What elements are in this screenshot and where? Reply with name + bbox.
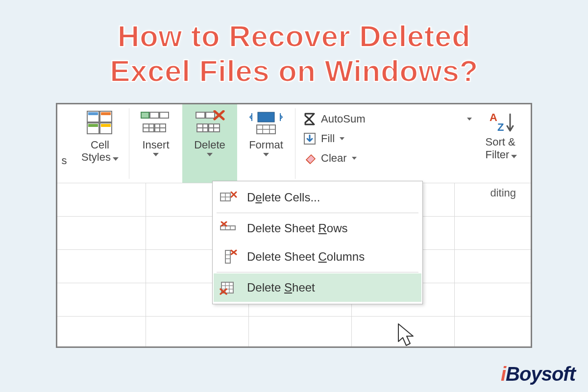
svg-rect-8	[150, 112, 159, 118]
headline-line2: Excel Files on Windows?	[110, 54, 478, 88]
svg-text:A: A	[490, 111, 497, 123]
eraser-icon	[302, 151, 317, 166]
svg-rect-16	[196, 112, 205, 118]
chevron-down-icon	[467, 118, 472, 121]
chevron-down-icon	[352, 157, 357, 160]
chevron-down-icon	[340, 137, 344, 140]
svg-rect-6	[88, 124, 98, 127]
cell-styles-icon	[86, 110, 114, 136]
menu-item-label: Delete Sheet Columns	[247, 250, 365, 264]
svg-rect-4	[88, 112, 98, 115]
svg-rect-10	[141, 112, 149, 118]
menu-delete-columns[interactable]: Delete Sheet Columns	[214, 243, 421, 271]
svg-rect-36	[220, 226, 235, 230]
brand-i: i	[501, 363, 506, 385]
autosum-label: AutoSum	[321, 113, 366, 125]
menu-delete-cells[interactable]: Delete Cells...	[214, 183, 421, 212]
cutoff-left-button[interactable]: s	[57, 104, 71, 183]
svg-rect-5	[101, 112, 111, 115]
brand-logo: iBoysoft	[501, 363, 575, 385]
fill-down-icon	[302, 131, 317, 146]
insert-cells-icon	[140, 110, 172, 136]
cell-styles-button[interactable]: Cell Styles	[71, 104, 129, 183]
svg-rect-9	[160, 112, 169, 118]
delete-dropdown-menu: Delete Cells... Delete Sheet Rows	[212, 181, 423, 304]
insert-label: Insert	[142, 139, 169, 151]
ribbon-row: s Cell Styles	[57, 104, 531, 183]
fill-label: Fill	[321, 132, 335, 145]
chevron-down-icon	[207, 153, 213, 156]
svg-rect-25	[258, 112, 274, 122]
autosum-button[interactable]: AutoSum	[302, 109, 472, 129]
cutoff-left-label: s	[62, 154, 67, 167]
delete-cells-icon	[194, 110, 225, 136]
headline-line1: How to Recover Deleted	[118, 19, 471, 53]
headline-title: How to Recover Deleted Excel Files on Wi…	[0, 0, 588, 89]
excel-ribbon-panel: diting s Cell Styles	[56, 103, 532, 348]
sort-filter-button[interactable]: A Z Sort & Filter	[472, 104, 531, 183]
clear-button[interactable]: Clear	[302, 148, 472, 168]
sort-az-icon: A Z	[488, 110, 515, 136]
menu-item-label: Delete Sheet	[247, 281, 315, 294]
delete-cells-menu-icon	[219, 188, 238, 207]
editing-group: AutoSum Fill	[295, 104, 472, 183]
format-icon	[249, 110, 283, 136]
sort-filter-label: Sort & Filter	[486, 136, 517, 161]
svg-rect-39	[225, 250, 230, 263]
menu-delete-rows[interactable]: Delete Sheet Rows	[214, 214, 421, 243]
brand-rest: Boysoft	[506, 363, 575, 385]
menu-separator	[217, 272, 418, 272]
delete-sheet-icon	[219, 278, 238, 297]
cell-styles-label: Cell Styles	[81, 139, 119, 164]
delete-button[interactable]: Delete	[182, 104, 237, 183]
format-button[interactable]: Format	[237, 104, 295, 183]
menu-item-label: Delete Cells...	[247, 191, 320, 204]
menu-item-label: Delete Sheet Rows	[247, 221, 347, 235]
mouse-cursor-icon	[397, 323, 416, 349]
chevron-down-icon	[263, 153, 269, 156]
delete-label: Delete	[194, 139, 225, 151]
format-label: Format	[249, 139, 283, 151]
svg-rect-17	[206, 112, 215, 118]
svg-rect-7	[101, 124, 111, 127]
insert-button[interactable]: Insert	[129, 104, 182, 183]
svg-text:Z: Z	[497, 121, 504, 133]
delete-columns-icon	[219, 247, 238, 267]
fill-button[interactable]: Fill	[302, 129, 472, 148]
clear-label: Clear	[321, 152, 347, 165]
menu-delete-sheet[interactable]: Delete Sheet	[214, 273, 421, 302]
delete-rows-icon	[219, 219, 238, 238]
chevron-down-icon	[153, 153, 159, 156]
sigma-icon	[302, 112, 317, 126]
menu-separator	[217, 213, 418, 213]
editing-group-label-cut: diting	[490, 187, 516, 199]
